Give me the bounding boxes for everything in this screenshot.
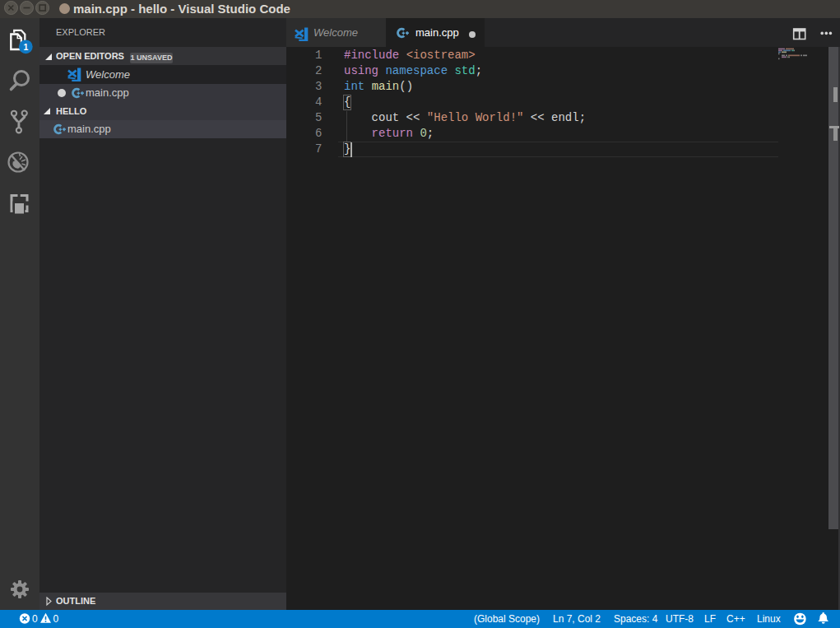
svg-text:1: 1 — [24, 42, 29, 52]
